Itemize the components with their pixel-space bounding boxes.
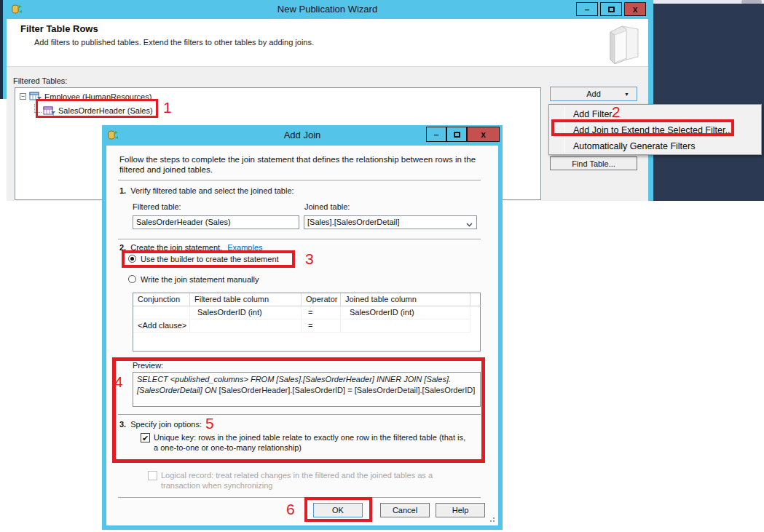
annotation-box-3 (122, 250, 295, 268)
step1-label: Verify filtered table and select the joi… (130, 186, 294, 195)
combobox-chevron-icon[interactable] (466, 219, 473, 231)
grid-cell[interactable]: = (302, 306, 341, 319)
annotation-box-4 (112, 357, 485, 463)
grid-header-filtered-column: Filtered table column (190, 293, 302, 306)
filter-3d-icon (597, 22, 642, 67)
grid-cell[interactable] (341, 319, 470, 333)
add-join-dialog: Add Join – x Follow the steps to complet… (102, 125, 503, 530)
separator (118, 239, 481, 239)
filtered-table-field[interactable]: SalesOrderHeader (Sales) (133, 215, 299, 229)
annotation-number-5: 5 (205, 415, 214, 432)
grid-header-operator: Operator (302, 293, 341, 306)
annotation-box-1 (36, 99, 158, 118)
wizard-header-band: Filter Table Rows Add filters to publish… (7, 19, 648, 67)
resize-grip[interactable] (489, 517, 495, 523)
filtered-table-label: Filtered table: (133, 202, 181, 211)
dialog-client-area: Follow the steps to complete the join st… (106, 146, 498, 525)
logical-record-label: Logical record: treat related changes in… (161, 470, 470, 491)
page-subtitle: Add filters to published tables. Extend … (34, 38, 314, 47)
find-table-button[interactable]: Find Table... (550, 156, 637, 170)
joined-table-label: Joined table: (304, 202, 350, 211)
joined-table-combobox[interactable]: [Sales].[SalesOrderDetail] (304, 215, 477, 229)
annotation-number-6: 6 (286, 501, 295, 518)
menu-item-auto-generate-filters[interactable]: Automatically Generate Filters (550, 138, 760, 154)
annotation-number-1: 1 (163, 99, 172, 116)
cancel-button[interactable]: Cancel (380, 503, 430, 517)
joined-table-value: [Sales].[SalesOrderDetail] (307, 218, 400, 226)
dialog-intro-text: Follow the steps to complete the join st… (119, 154, 489, 175)
step1-number: 1. (119, 186, 126, 195)
grid-cell-add-clause[interactable]: <Add clause> (133, 319, 190, 333)
add-button-label: Add (586, 90, 601, 98)
dialog-minimize-button[interactable]: – (426, 127, 446, 142)
add-button[interactable]: Add ▼ (550, 87, 637, 101)
annotation-box-2 (551, 119, 734, 136)
wizard-minimize-button[interactable]: – (576, 2, 598, 16)
dialog-maximize-button[interactable] (446, 127, 467, 142)
grid-header-conjunction: Conjunction (133, 293, 190, 306)
annotation-number-4: 4 (114, 373, 123, 391)
grid-cell[interactable]: SalesOrderID (int) (190, 306, 302, 319)
maximize-icon (454, 132, 460, 138)
grid-header-filler (470, 293, 481, 306)
desktop-background (653, 4, 764, 201)
separator (118, 180, 481, 180)
write-manually-radio[interactable] (128, 275, 136, 283)
grid-cell[interactable] (133, 306, 190, 319)
step1-heading: 1.Verify filtered table and select the j… (119, 186, 294, 195)
logical-record-checkbox (148, 471, 157, 480)
separator (118, 497, 481, 498)
filtered-tables-label: Filtered Tables: (13, 76, 67, 85)
wizard-titlebar[interactable]: New Publication Wizard – x (7, 0, 648, 19)
wizard-maximize-button[interactable] (600, 2, 622, 16)
chevron-down-icon: ▼ (624, 92, 629, 97)
grid-header-joined-column: Joined table column (341, 293, 470, 306)
annotation-number-2: 2 (612, 103, 621, 121)
grid-cell[interactable] (190, 319, 302, 333)
find-table-label: Find Table... (572, 159, 615, 168)
help-button[interactable]: Help (436, 503, 485, 517)
collapse-icon[interactable]: − (20, 93, 26, 100)
annotation-number-3: 3 (305, 250, 314, 268)
dialog-titlebar[interactable]: Add Join – x (106, 125, 498, 146)
wizard-close-button[interactable]: x (624, 2, 646, 16)
grid-cell[interactable]: SalesOrderID (int) (341, 306, 470, 319)
dialog-close-button[interactable]: x (467, 127, 500, 142)
annotation-box-6 (304, 497, 372, 522)
page-title: Filter Table Rows (20, 23, 98, 34)
write-manually-label[interactable]: Write the join statement manually (141, 275, 259, 284)
join-clause-grid: Conjunction Filtered table column Operat… (133, 293, 481, 352)
maximize-icon (608, 7, 615, 12)
grid-cell[interactable]: = (302, 319, 341, 333)
wizard-title: New Publication Wizard (7, 4, 648, 15)
